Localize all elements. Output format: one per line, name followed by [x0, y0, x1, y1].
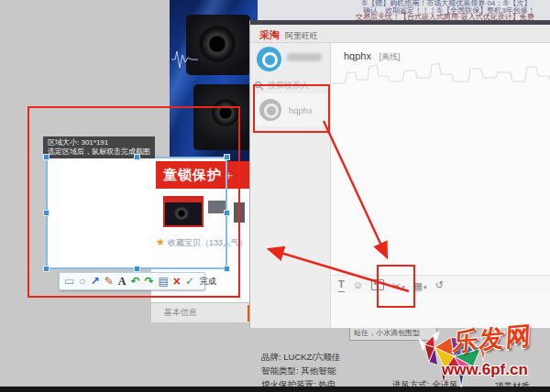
finish-check-icon[interactable]: ✓	[185, 274, 194, 289]
image-icon[interactable]	[371, 279, 384, 290]
finish-button-label[interactable]: 完成	[200, 276, 216, 288]
tab-basic-info[interactable]: 基本信息	[151, 303, 258, 322]
product-banner-image	[170, 0, 258, 161]
selection-handle[interactable]	[224, 266, 230, 272]
brand-name: 阿里旺旺	[285, 30, 318, 42]
chat-body: 搜索联系人 hqphx hqphx [离线] T	[250, 43, 550, 328]
brush-tool-button[interactable]: ✎	[104, 274, 114, 289]
selection-handle[interactable]	[43, 210, 50, 216]
screenshot-tutorial-screen: ⑤【赠】购机指南！市场大额优惠领券 04：⑤【次】 确认，效期鉴定！！！⑤【全国…	[0, 0, 550, 392]
waveform-graphic	[171, 48, 199, 71]
site-watermark: 乐发网 www.6pf.cn	[414, 321, 550, 392]
self-name-blurred	[287, 53, 322, 61]
burner-graphic	[212, 99, 239, 126]
page-promo-strip: ⑤【赠】购机指南！市场大额优惠领券 04：⑤【次】 确认，效期鉴定！！！⑤【全国…	[255, 0, 550, 21]
selection-handle[interactable]	[134, 154, 140, 160]
search-contacts-row[interactable]: 搜索联系人	[254, 78, 327, 93]
gas-stove-image	[193, 84, 254, 150]
avatar-graphic	[262, 52, 278, 68]
selection-handle[interactable]	[224, 154, 230, 160]
basic-info-tab-bar: 基本信息	[151, 302, 258, 322]
selection-marquee[interactable]	[46, 157, 227, 269]
chat-input-toolbar: T ☺ ✂▾ ▦▾ ↺	[331, 275, 550, 293]
cancel-button[interactable]: ×	[173, 274, 181, 289]
contact-avatar	[259, 99, 281, 121]
search-label: 搜索联系人	[268, 80, 309, 92]
font-icon[interactable]: T	[338, 277, 345, 292]
undo-button[interactable]: ↶	[130, 274, 139, 289]
site-name: 乐发网	[452, 319, 534, 359]
screenshot-tool-button[interactable]: ✂▾	[392, 277, 405, 293]
spec-smart-type: 智能类型: 其他智能	[261, 365, 336, 377]
skyline-sketch	[331, 60, 550, 87]
arrow-tool-button[interactable]: ↗	[91, 274, 100, 289]
burner-graphic	[199, 26, 236, 62]
selection-handle[interactable]	[43, 154, 50, 160]
tools-icon: ▦	[413, 280, 423, 291]
self-avatar[interactable]	[257, 47, 281, 71]
scissors-icon: ✂	[392, 280, 401, 291]
selection-handle[interactable]	[43, 266, 50, 272]
extra-tools-button[interactable]: ▦▾	[413, 277, 427, 293]
save-button[interactable]: ▤	[159, 274, 169, 289]
avatar-graphic	[264, 103, 279, 118]
spec-brand: 品牌: LUCKZ/六顺佳	[261, 352, 341, 364]
snip-size-line: 区域大小: 301*191	[48, 138, 150, 147]
emoji-icon[interactable]: ☺	[353, 278, 363, 292]
rectangle-tool-button[interactable]: ▭	[64, 274, 74, 289]
brand-logo: 采淘	[259, 28, 280, 42]
chevron-down-icon: ▾	[402, 284, 405, 290]
message-history-icon[interactable]: ↺	[435, 278, 444, 292]
selection-handle[interactable]	[224, 210, 230, 216]
redo-button[interactable]: ↷	[144, 274, 153, 289]
contact-item-hqphx[interactable]: hqphx	[252, 93, 329, 126]
ellipse-tool-button[interactable]: ○	[79, 274, 85, 289]
site-url[interactable]: www.6pf.cn	[442, 361, 528, 379]
product-thumbnail-small[interactable]	[234, 202, 245, 223]
contact-name: hqphx	[289, 105, 313, 115]
wangwang-chat-window: 采淘 阿里旺旺 搜索联系人	[249, 20, 550, 328]
snip-toolbar: ▭ ○ ↗ ✎ A ↶ ↷ ▤ × ✓ 完成	[59, 272, 205, 290]
search-icon	[254, 81, 264, 91]
text-tool-button[interactable]: A	[118, 274, 126, 289]
chat-sidebar: 搜索联系人 hqphx	[250, 43, 331, 328]
chat-header: 采淘 阿里旺旺	[250, 25, 550, 43]
chevron-down-icon: ▾	[424, 284, 427, 290]
chat-main-area: hqphx [离线] T ☺ ✂▾ ▦▾ ↺	[331, 43, 550, 328]
selection-handle[interactable]	[134, 266, 140, 272]
